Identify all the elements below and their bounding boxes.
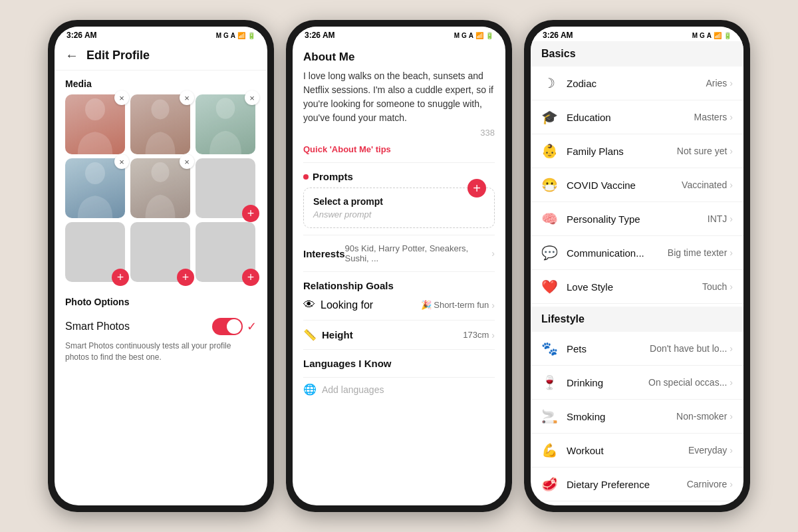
zodiac-value: Aries › [706, 78, 733, 88]
media-cell-8: + [196, 222, 255, 282]
lifestyle-row-drinking[interactable]: 🍷 Drinking On special occas... › [531, 366, 743, 400]
remove-btn-2[interactable]: × [245, 90, 259, 105]
basics-row-education[interactable]: 🎓 Education Masters › [531, 100, 743, 134]
phone-frame-3: 3:26 AM M G A 📶 🔋 Basics ☽ Zodiac [524, 20, 750, 512]
prompt-answer-text[interactable]: Answer prompt [313, 209, 485, 219]
lifestyle-row-dietary[interactable]: 🥩 Dietary Preference Carnivore › [531, 467, 743, 501]
workout-chevron: › [730, 445, 733, 456]
zodiac-left: ☽ Zodiac [541, 75, 597, 91]
add-prompt-btn[interactable]: + [467, 179, 486, 198]
relationship-goals-section: Relationship Goals 👁 Looking for 🎉 Short… [303, 271, 495, 320]
personality-icon: 🧠 [541, 211, 557, 227]
add-btn-5[interactable]: + [242, 205, 259, 222]
height-row[interactable]: 📏 Height 173cm › [303, 320, 495, 349]
covid-label: COVID Vaccine [567, 180, 636, 191]
interests-row[interactable]: Interests 90s Kid, Harry Potter, Sneaker… [303, 235, 495, 271]
lifestyle-row-pets[interactable]: 🐾 Pets Don't have but lo... › [531, 332, 743, 366]
basics-row-communication[interactable]: 💬 Communication... Big time texter › [531, 236, 743, 270]
prompt-select-text: Select a prompt [313, 196, 485, 207]
covid-icon: 😷 [541, 177, 557, 193]
add-languages-row[interactable]: 🌐 Add languages [303, 378, 495, 401]
about-me-title: About Me [303, 41, 495, 69]
prompts-label: Prompts [313, 171, 353, 182]
prompt-box[interactable]: + Select a prompt Answer prompt [303, 188, 495, 228]
lovestyle-label: Love Style [567, 281, 613, 293]
smart-photos-toggle[interactable] [212, 318, 243, 335]
height-left: 📏 Height [303, 329, 353, 341]
photo-options-label: Photo Options [65, 291, 257, 313]
basics-row-zodiac[interactable]: ☽ Zodiac Aries › [531, 66, 743, 100]
add-btn-7[interactable]: + [177, 269, 194, 286]
education-chevron: › [730, 112, 733, 122]
languages-row[interactable]: Languages I Know [303, 349, 495, 378]
zodiac-icon: ☽ [541, 75, 557, 91]
looking-for-chevron: › [491, 300, 495, 311]
media-cell-5: + [196, 158, 255, 218]
svg-point-0 [85, 98, 105, 120]
drinking-icon: 🍷 [541, 374, 557, 390]
photo-1 [130, 94, 190, 154]
workout-left: 💪 Workout [541, 442, 604, 458]
pets-icon: 🐾 [541, 340, 557, 356]
looking-for-label: Looking for [321, 299, 373, 311]
remove-btn-1[interactable]: × [180, 90, 194, 105]
remove-btn-3[interactable]: × [114, 154, 129, 169]
basics-row-family[interactable]: 👶 Family Plans Not sure yet › [531, 134, 743, 168]
personality-value: INTJ › [708, 213, 733, 224]
status-bar-2: 3:26 AM M G A 📶 🔋 [293, 27, 505, 41]
ruler-icon: 📏 [303, 329, 317, 341]
family-label: Family Plans [567, 146, 624, 157]
pets-chevron: › [730, 343, 733, 354]
family-left: 👶 Family Plans [541, 143, 624, 159]
add-languages-text: Add languages [322, 384, 384, 395]
looking-for-text: 🎉 Short-term fun [421, 300, 489, 310]
photo-0 [65, 94, 125, 154]
communication-value: Big time texter › [668, 247, 733, 258]
back-button-1[interactable]: ← [65, 48, 78, 63]
status-time-3: 3:26 AM [543, 31, 573, 40]
education-left: 🎓 Education [541, 109, 611, 125]
communication-label: Communication... [567, 247, 644, 259]
basics-row-personality[interactable]: 🧠 Personality Type INTJ › [531, 202, 743, 236]
lifestyle-row-smoking[interactable]: 🚬 Smoking Non-smoker › [531, 400, 743, 434]
header-bar-1: ← Edit Profile [55, 41, 267, 70]
remove-btn-4[interactable]: × [180, 154, 194, 169]
communication-chevron: › [730, 247, 733, 258]
char-count: 338 [303, 128, 495, 138]
about-me-text[interactable]: I love long walks on the beach, sunsets … [303, 69, 495, 125]
tips-link[interactable]: Quick 'About Me' tips [303, 144, 495, 154]
lovestyle-icon: ❤️ [541, 279, 557, 295]
basics-row-lovestyle[interactable]: ❤️ Love Style Touch › [531, 270, 743, 304]
drinking-value: On special occas... › [648, 377, 733, 388]
lovestyle-value: Touch › [702, 281, 733, 292]
toggle-container[interactable]: ✓ [212, 318, 257, 335]
media-section-label: Media [55, 70, 267, 94]
dietary-icon: 🥩 [541, 476, 557, 492]
smoking-chevron: › [730, 411, 733, 422]
dietary-chevron: › [730, 479, 733, 489]
add-btn-6[interactable]: + [112, 269, 129, 286]
about-me-content: About Me I love long walks on the beach,… [293, 41, 505, 505]
lifestyle-row-workout[interactable]: 💪 Workout Everyday › [531, 434, 743, 467]
media-cell-2: × [196, 94, 255, 154]
svg-point-3 [85, 162, 105, 184]
toggle-knob [227, 319, 241, 334]
media-cell-4: × [130, 158, 190, 218]
dietary-left: 🥩 Dietary Preference [541, 476, 650, 492]
education-value: Masters › [694, 112, 733, 122]
basics-content: Basics ☽ Zodiac Aries › 🎓 Education [531, 41, 743, 505]
basics-row-covid[interactable]: 😷 COVID Vaccine Vaccinated › [531, 168, 743, 202]
remove-btn-0[interactable]: × [114, 90, 129, 105]
globe-icon: 🌐 [303, 383, 317, 396]
phone-1: 3:26 AM M G A 📶 🔋 ← Edit Profile Media [48, 20, 274, 512]
smoking-label: Smoking [567, 411, 605, 422]
workout-label: Workout [567, 445, 604, 456]
height-label: Height [322, 329, 353, 340]
covid-chevron: › [730, 180, 733, 190]
add-btn-8[interactable]: + [242, 269, 259, 286]
looking-for-row[interactable]: 👁 Looking for 🎉 Short-term fun › [303, 298, 495, 320]
lovestyle-chevron: › [730, 281, 733, 292]
education-label: Education [567, 112, 611, 123]
status-icons-2: M G A 📶 🔋 [454, 32, 493, 39]
pets-left: 🐾 Pets [541, 340, 587, 356]
